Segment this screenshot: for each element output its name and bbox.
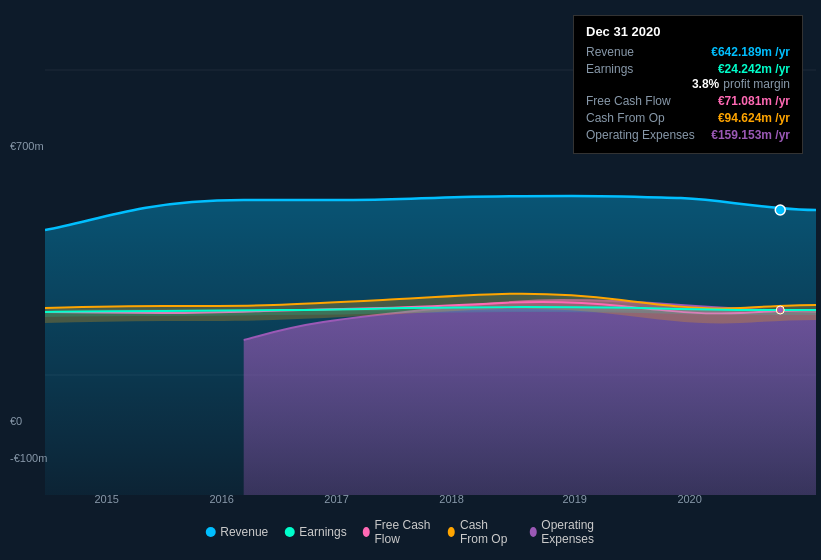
y-label-700m: €700m [10, 140, 44, 152]
tooltip-opex-label: Operating Expenses [586, 128, 696, 142]
legend-label-opex: Operating Expenses [541, 518, 615, 546]
tooltip-opex-value: €159.153m /yr [711, 128, 790, 142]
chart-legend: Revenue Earnings Free Cash Flow Cash Fro… [205, 518, 616, 546]
legend-item-opex[interactable]: Operating Expenses [529, 518, 615, 546]
chart-container: €700m €0 -€100m 2015 2016 2017 2018 2019… [0, 0, 821, 560]
data-tooltip: Dec 31 2020 Revenue €642.189m /yr Earnin… [573, 15, 803, 154]
legend-dot-opex [529, 527, 536, 537]
x-label-2020: 2020 [677, 493, 701, 505]
legend-dot-fcf [363, 527, 370, 537]
tooltip-revenue-label: Revenue [586, 45, 696, 59]
x-label-2017: 2017 [324, 493, 348, 505]
legend-label-revenue: Revenue [220, 525, 268, 539]
tooltip-fcf-row: Free Cash Flow €71.081m /yr [586, 94, 790, 108]
legend-item-cashfromop[interactable]: Cash From Op [448, 518, 513, 546]
tooltip-fcf-label: Free Cash Flow [586, 94, 696, 108]
x-label-2019: 2019 [562, 493, 586, 505]
x-label-2018: 2018 [439, 493, 463, 505]
tooltip-profit-margin-label: profit margin [723, 77, 790, 91]
legend-label-earnings: Earnings [299, 525, 346, 539]
tooltip-title: Dec 31 2020 [586, 24, 790, 39]
legend-dot-cashfromop [448, 527, 455, 537]
legend-dot-revenue [205, 527, 215, 537]
svg-point-3 [775, 205, 785, 215]
x-label-2015: 2015 [94, 493, 118, 505]
svg-point-5 [777, 307, 783, 313]
tooltip-cashfromop-label: Cash From Op [586, 111, 696, 125]
tooltip-opex-row: Operating Expenses €159.153m /yr [586, 128, 790, 142]
tooltip-profit-margin-row: 3.8% profit margin [586, 77, 790, 91]
tooltip-fcf-value: €71.081m /yr [718, 94, 790, 108]
tooltip-cashfromop-value: €94.624m /yr [718, 111, 790, 125]
legend-dot-earnings [284, 527, 294, 537]
tooltip-cashfromop-row: Cash From Op €94.624m /yr [586, 111, 790, 125]
legend-item-fcf[interactable]: Free Cash Flow [363, 518, 433, 546]
tooltip-earnings-label: Earnings [586, 62, 696, 76]
tooltip-profit-margin-value: 3.8% [692, 77, 719, 91]
legend-item-earnings[interactable]: Earnings [284, 525, 346, 539]
tooltip-earnings-value: €24.242m /yr [718, 62, 790, 76]
tooltip-revenue-value: €642.189m /yr [711, 45, 790, 59]
y-label-neg100m: -€100m [10, 452, 47, 464]
tooltip-revenue-row: Revenue €642.189m /yr [586, 45, 790, 59]
y-label-0: €0 [10, 415, 22, 427]
tooltip-earnings-row: Earnings €24.242m /yr [586, 62, 790, 76]
legend-item-revenue[interactable]: Revenue [205, 525, 268, 539]
legend-label-cashfromop: Cash From Op [460, 518, 514, 546]
x-label-2016: 2016 [209, 493, 233, 505]
legend-label-fcf: Free Cash Flow [374, 518, 432, 546]
